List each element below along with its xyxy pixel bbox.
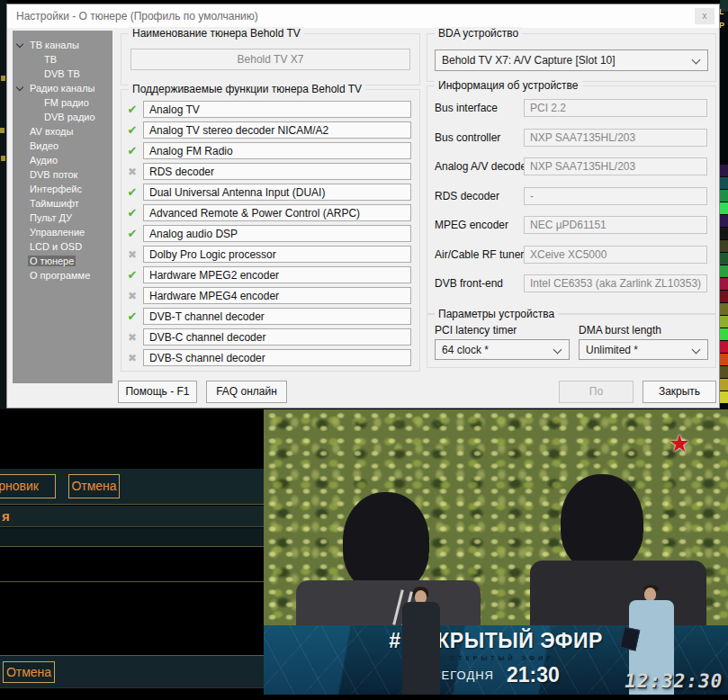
sidebar-item-control[interactable]: Управление [13,225,112,239]
chevron-down-icon [16,40,23,48]
draft-button[interactable]: черновик [0,474,56,498]
info-label: Analog A/V decoder [435,160,524,173]
check-icon: ✔ [121,227,143,240]
bda-device-select[interactable]: Behold TV X7: A/V Capture [Slot 10] [435,49,708,71]
settings-category-tree: ТВ каналы ТВ DVB ТВ Радио каналы FM ради… [13,31,112,383]
feature-field: DVB-T channel decoder [143,308,411,325]
feature-row: ✔Dual Universal Antenna Input (DUAI) [121,182,419,202]
feature-row: ✖Hardware MPEG4 encoder [121,285,419,306]
tuner-name-field[interactable]: Behold TV X7 [130,49,410,70]
feature-row: ✔Analog audio DSP [121,223,419,244]
check-icon: ✔ [121,268,143,282]
sidebar-item-dvb-radio[interactable]: DVB радио [13,110,112,124]
dma-burst-value: Unlimited * [586,344,638,356]
info-value: Intel CE6353 (aka Zarlink ZL10353) [524,274,707,292]
feature-row: ✖Dolby Pro Logic processor [121,244,419,265]
chevron-down-icon [553,346,562,354]
feature-field: DVB-S channel decoder [143,349,411,366]
device-info-group-label: Информация об устройстве [435,79,582,92]
tv-video-frame: ★ # ОТКРЫТЫЙ ЭФИР # ОТКРЫТЫЙ ЭФИР СЕГОДН… [264,409,728,695]
background-row [0,528,264,547]
sidebar-item-interface[interactable]: Интерфейс [13,182,112,196]
sidebar-item-dvb-tv[interactable]: DVB ТВ [13,67,112,81]
sidebar-item-audio[interactable]: Аудио [13,153,112,167]
bda-group-label: BDA устройство [435,27,522,40]
info-value: NXP SAA7135HL/203 [524,157,707,175]
feature-field: Advanced Remote & Power Control (ARPC) [143,204,411,221]
cross-icon: ✖ [121,290,143,302]
dialog-titlebar: Настройки - О тюнере (Профиль по умолчан… [7,4,719,28]
feature-field: Dual Universal Antenna Input (DUAI) [143,184,411,201]
sidebar-item-fm-radio[interactable]: FM радио [13,95,112,110]
info-row: Bus interfacePCI 2.2 [435,94,707,123]
sidebar-item-tv[interactable]: ТВ [13,52,112,67]
feature-row: ✖DVB-S channel decoder [121,347,419,368]
channel-star-logo: ★ [669,429,690,457]
pci-latency-select[interactable]: 64 clock * [435,339,570,360]
dma-burst-select[interactable]: Unlimited * [579,339,708,360]
default-button[interactable]: По умолчанию [559,381,634,403]
cancel-button-bottom[interactable]: Отмена [3,661,55,683]
info-row: DVB front-endIntel CE6353 (aka Zarlink Z… [435,269,707,299]
sidebar-item-lcd-osd[interactable]: LCD и OSD [13,239,112,254]
osd-clock: 12:32:30 [623,670,724,692]
background-artifact [1,76,5,81]
background-row-label: я [0,506,264,527]
device-info-group: Информация об устройстве Bus interfacePC… [427,85,716,314]
tuner-name-group: Наименование тюнера Behold TV Behold TV … [121,33,420,85]
strip-letter-l: L [720,8,724,16]
info-value: NXP SAA7135HL/203 [524,129,707,147]
info-row: RDS decoder- [435,182,707,211]
info-row: MPEG encoderNEC µPD61151 [435,211,707,240]
sidebar-item-video[interactable]: Видео [13,139,112,153]
feature-field: RDS decoder [143,163,411,180]
background-app-panel: черновик Отмена я Отмена [0,409,264,700]
sidebar-item-av-inputs[interactable]: AV входы [13,124,112,139]
info-label: RDS decoder [435,190,524,202]
check-icon: ✔ [121,123,143,137]
close-icon[interactable]: x [695,8,715,24]
sidebar-item-about-program[interactable]: О программе [13,268,112,283]
check-icon: ✔ [121,185,143,199]
info-row: Bus controllerNXP SAA7135HL/203 [435,123,707,153]
strip-letter-p: P [720,22,724,30]
info-row: Air/Cable RF tunerXCeive XC5000 [435,240,707,270]
help-button[interactable]: Помощь - F1 [118,381,197,403]
feature-field: Analog FM Radio [143,142,411,159]
feature-field: DVB-C channel decoder [143,328,411,346]
sidebar-item-radio-channels[interactable]: Радио каналы [13,81,112,95]
sidebar-item-remote[interactable]: Пульт ДУ [13,211,112,225]
feature-row: ✔Analog FM Radio [121,140,419,161]
check-icon: ✔ [121,310,143,323]
feature-row: ✖DVB-C channel decoder [121,327,419,347]
background-artifact [1,156,5,161]
feature-row: ✔DVB-T channel decoder [121,306,419,327]
feature-field: Hardware MPEG2 encoder [143,266,411,283]
sidebar-item-timeshift[interactable]: Таймшифт [13,196,112,211]
bottom-black-bar [0,695,728,700]
feature-row: ✔Hardware MPEG2 encoder [121,265,419,285]
close-button[interactable]: Закрыть [643,381,716,403]
faq-button[interactable]: FAQ онлайн [206,381,287,403]
sidebar-item-tv-channels[interactable]: ТВ каналы [13,38,112,52]
cross-icon: ✖ [121,352,143,364]
feature-field: Analog audio DSP [143,225,411,242]
pci-latency-label: PCI latency timer [435,324,517,337]
cross-icon: ✖ [121,248,143,261]
chevron-down-icon [16,84,23,91]
info-value: PCI 2.2 [524,99,707,117]
cancel-button-top[interactable]: Отмена [68,474,120,498]
background-bottom-bar: Отмена [0,655,264,688]
feature-field: Analog TV stereo decoder NICAM/A2 [143,121,411,139]
device-info-rows: Bus interfacePCI 2.2 Bus controllerNXP S… [435,94,707,299]
device-params-group-label: Параметры устройства [435,308,558,320]
divider [0,581,264,582]
sidebar-item-about-tuner[interactable]: О тюнере [13,254,112,268]
feature-row: ✔Analog TV stereo decoder NICAM/A2 [121,120,419,140]
sidebar-item-dvb-stream[interactable]: DVB поток [13,167,112,182]
info-value: - [524,187,707,205]
device-params-group: Параметры устройства PCI latency timer D… [427,314,716,368]
bda-device-value: Behold TV X7: A/V Capture [Slot 10] [442,54,616,67]
bda-device-group: BDA устройство Behold TV X7: A/V Capture… [427,33,716,82]
feature-row: ✔Advanced Remote & Power Control (ARPC) [121,202,419,223]
